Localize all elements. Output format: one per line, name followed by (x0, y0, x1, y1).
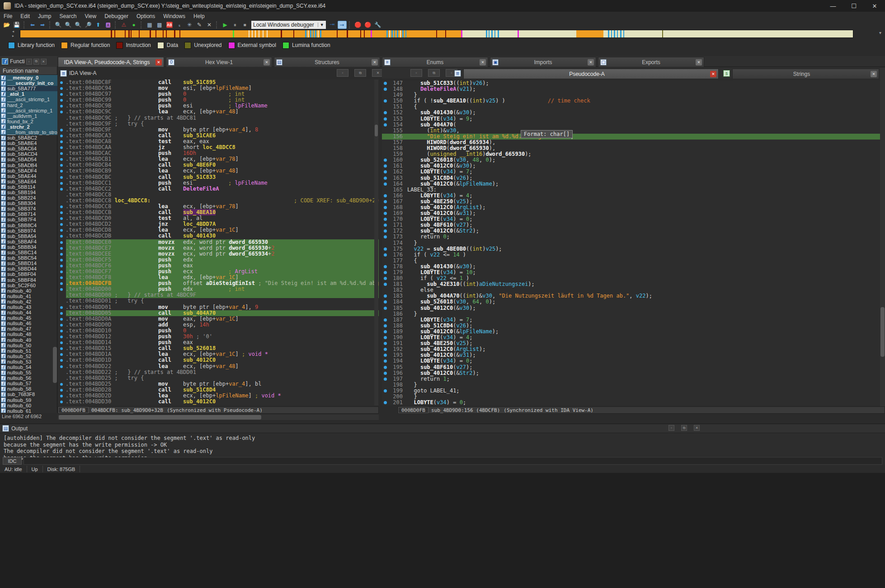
breakpoint-dot[interactable] (58, 275, 66, 280)
asm-line[interactable]: .text:004BDD0Daddesp, 14h (58, 322, 379, 328)
menu-options[interactable]: Options (137, 13, 155, 19)
output-close-button[interactable]: ✕ (694, 425, 700, 431)
function-list-item[interactable]: fsub_5BB374 (0, 206, 57, 211)
function-list-item[interactable]: fsub_5BA777 (0, 86, 57, 91)
asm-line[interactable]: .text:004BDD01movbyte ptr [ebp+var_4], 9 (58, 304, 379, 310)
function-name-column-header[interactable]: Function name (0, 67, 57, 75)
breakpoint-dot[interactable] (58, 257, 66, 263)
asm-line[interactable]: .text:004BDD0Amoveax, [ebp+var_1C] (58, 316, 379, 322)
tab-strings[interactable]: Strings ✕ (732, 69, 879, 79)
tab-close-icon[interactable]: ✕ (480, 59, 486, 65)
function-list-item[interactable]: f__aulldvrm_1 (0, 113, 57, 119)
ida-view-caption[interactable]: ≣ IDA View-A (58, 68, 96, 79)
breakpoint-dot[interactable] (58, 145, 66, 150)
breakpoint-dot[interactable] (58, 233, 66, 239)
add-string-icon[interactable]: ₛ (175, 21, 184, 29)
pause-debug-icon[interactable]: ⏸ (231, 21, 240, 29)
add-breakpoint-icon[interactable]: 🔴 (363, 21, 372, 29)
breakpoint-dot[interactable] (58, 150, 66, 156)
function-list-item[interactable]: fsub_5BB194 (0, 190, 57, 195)
breakpoint-dot[interactable] (58, 227, 66, 233)
make-data-icon[interactable]: ▩ (155, 21, 164, 29)
pseudocode-scrollbar[interactable] (880, 68, 885, 413)
function-list-item[interactable]: fnullsub_57 (0, 381, 57, 386)
function-list-item[interactable]: fsub_5BBB34 (0, 244, 57, 250)
pseudocode-line[interactable]: 201 LOBYTE(v34) = 0; (382, 400, 880, 406)
breakpoint-dot[interactable] (58, 162, 66, 168)
tab-exports[interactable]: ▢Exports✕ (598, 57, 704, 67)
pseudocode-line[interactable]: 172 sub_4012C0(&Str2); (382, 228, 880, 234)
function-list-item[interactable]: fnullsub_56 (0, 375, 57, 381)
function-list-item[interactable]: fsub_5BB974 (0, 228, 57, 233)
problem-icon[interactable]: ⚠ (119, 21, 128, 29)
output-header[interactable]: ▤ Output ▫ ⧉ ✕ (0, 424, 885, 433)
back-arrow-icon[interactable]: ⬅ (28, 21, 37, 29)
breakpoint-dot[interactable] (58, 286, 66, 292)
function-list-item[interactable]: fnullsub_40 (0, 288, 57, 294)
tab-imports[interactable]: ▣Imports✕ (490, 57, 596, 67)
start-debug-icon[interactable]: ▶ (221, 21, 230, 29)
menu-edit[interactable]: Edit (20, 13, 30, 19)
breakpoint-dot[interactable] (58, 168, 66, 174)
function-list-item[interactable]: fsub_5BBF04 (0, 271, 57, 277)
functions-close-button[interactable]: ✕ (41, 59, 47, 65)
breakpoint-dot[interactable] (58, 215, 66, 221)
function-list-item[interactable]: fsub_5BAE44 (0, 173, 57, 179)
function-list-item[interactable]: fnullsub_50 (0, 343, 57, 348)
breakpoint-dot[interactable] (58, 399, 66, 405)
function-list-item[interactable]: fnullsub_52 (0, 354, 57, 359)
navigation-band[interactable] (20, 30, 853, 38)
breakpoint-dot[interactable] (58, 85, 66, 91)
breakpoint-dot[interactable] (58, 180, 66, 186)
pseudocode-line[interactable]: 173 return 0; (382, 234, 880, 240)
breakpoint-dot[interactable] (58, 139, 66, 145)
function-list-item[interactable]: fnullsub_53 (0, 359, 57, 364)
asm-line[interactable]: .text:004BDCA3callsub_51CAE6 (58, 133, 379, 139)
debugger-selector[interactable]: Local Windows debugger▼ (251, 21, 326, 29)
function-list-item[interactable]: fnullsub_59 (0, 397, 57, 403)
make-array-icon[interactable]: ✳ (185, 21, 194, 29)
stop-debug-icon[interactable]: ⏹ (240, 21, 249, 29)
breakpoint-dot[interactable] (58, 133, 66, 139)
cli-input[interactable] (24, 457, 882, 465)
disassembly-h-scrollbar[interactable] (58, 415, 379, 420)
ida-view-float-button[interactable]: ⧉ (354, 69, 366, 77)
breakpoint-dot[interactable] (58, 345, 66, 351)
breakpoint-dot[interactable] (58, 280, 66, 286)
functions-panel-title[interactable]: f Functi ▫ ⧉ ✕ (0, 56, 57, 67)
pseudocode-line[interactable]: 164 sub_4012C0(&lpFileName); (382, 181, 880, 187)
function-list-item[interactable]: fnullsub_42 (0, 299, 57, 304)
pseudocode-line[interactable]: 176 if ( v22 <= 14 ) (382, 252, 880, 258)
breakpoint-dot[interactable] (58, 322, 66, 328)
pseudocode-line[interactable]: 196 sub_4012C0(&Str2); (382, 370, 880, 376)
function-list-item[interactable]: fnullsub_46 (0, 321, 57, 326)
maximize-button[interactable]: ☐ (843, 0, 864, 12)
add-name-icon[interactable]: 🆎 (165, 21, 174, 29)
chevron-down-icon[interactable]: ▾ (879, 30, 881, 35)
asm-line[interactable]: .text:004BDCF5pushedx (58, 257, 379, 263)
function-list-item[interactable]: fnullsub_45 (0, 315, 57, 321)
pseudocode-float-button[interactable]: ⧉ (428, 69, 440, 77)
function-list-item[interactable]: fsub_5BBC54 (0, 255, 57, 261)
asm-line[interactable]: .text:004BDD25movbyte ptr [ebp+var_4], b… (58, 381, 379, 387)
function-list-item[interactable]: fnullsub_54 (0, 364, 57, 370)
search-icon[interactable]: 🔎 (84, 21, 93, 29)
function-list-item[interactable]: fsub_5C2F60 (0, 283, 57, 288)
breakpoint-dot[interactable] (58, 97, 66, 103)
breakpoint-dot[interactable] (58, 316, 66, 322)
function-list-item[interactable]: fnullsub_60 (0, 403, 57, 408)
function-list-item[interactable]: fnullsub_55 (0, 370, 57, 375)
save-icon[interactable]: 💾 (12, 21, 21, 29)
asm-line[interactable]: .text:004BDC9Fmovbyte ptr [ebp+var_4], 8 (58, 127, 379, 133)
breakpoint-dot[interactable] (58, 109, 66, 115)
tab-structures[interactable]: ▤Structures✕ (274, 57, 380, 67)
jump-up-icon[interactable]: ⬆ (94, 21, 103, 29)
forward-arrow-icon[interactable]: ➡ (38, 21, 47, 29)
pseudocode-line[interactable]: 199 goto LABEL_41; (382, 388, 880, 394)
function-list-item[interactable]: f___ascii_strnicmp_1 (0, 108, 57, 113)
breakpoint-dot[interactable] (58, 263, 66, 269)
tab-hex-view-1[interactable]: 0Hex View-1✕ (166, 57, 272, 67)
function-list-item[interactable]: fnullsub_47 (0, 326, 57, 331)
ida-view-restore-button[interactable]: ▫ (337, 69, 348, 77)
menu-file[interactable]: File (4, 13, 12, 19)
